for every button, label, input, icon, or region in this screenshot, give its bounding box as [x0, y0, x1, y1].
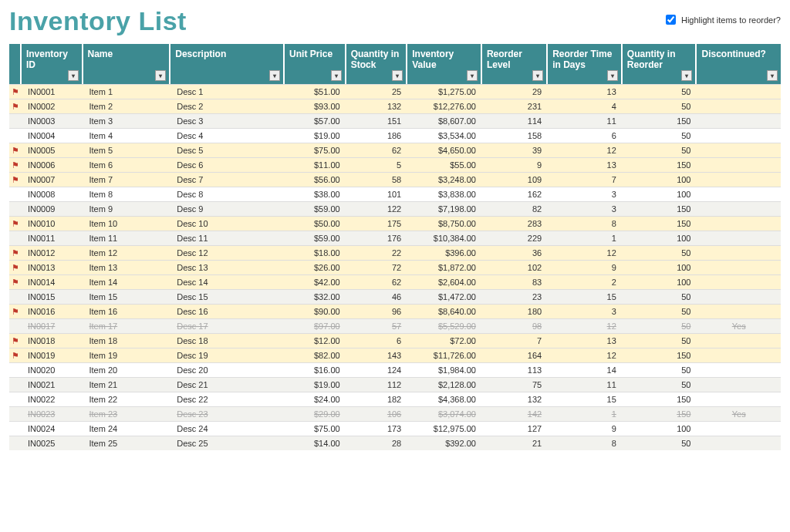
- cell-id: IN0011: [22, 231, 83, 245]
- cell-price: $75.00: [285, 421, 346, 436]
- table-row[interactable]: ⚑IN0002Item 2Desc 2$93.00132$12,276.0023…: [9, 99, 781, 113]
- table-row[interactable]: IN0015Item 15Desc 15$32.0046$1,472.00231…: [9, 289, 781, 304]
- cell-id: IN0025: [22, 436, 83, 450]
- cell-price: $11.00: [285, 157, 346, 172]
- cell-qty: 28: [346, 436, 408, 450]
- highlight-checkbox[interactable]: [666, 15, 676, 25]
- col-header[interactable]: Inventory ID▾: [22, 44, 83, 84]
- table-row[interactable]: IN0009Item 9Desc 9$59.00122$7,198.008231…: [9, 201, 781, 216]
- cell-name: Item 12: [83, 245, 171, 260]
- cell-name: Item 22: [83, 392, 171, 406]
- table-row[interactable]: IN0021Item 21Desc 21$19.00112$2,128.0075…: [9, 377, 781, 392]
- cell-time: 6: [548, 128, 623, 143]
- flag-icon: ⚑: [12, 307, 19, 316]
- flag-cell: ⚑: [9, 274, 22, 289]
- cell-disc: [697, 333, 781, 348]
- cell-qty: 106: [346, 406, 408, 421]
- cell-reorder: 36: [482, 245, 548, 260]
- filter-dropdown-icon[interactable]: ▾: [681, 70, 692, 81]
- col-flag: [9, 44, 22, 84]
- flag-icon: ⚑: [12, 248, 19, 258]
- cell-reorder: 102: [482, 260, 548, 274]
- cell-desc: Desc 6: [170, 157, 285, 172]
- table-row[interactable]: ⚑IN0007Item 7Desc 7$56.0058$3,248.001097…: [9, 172, 781, 187]
- table-row[interactable]: IN0003Item 3Desc 3$57.00151$8,607.001141…: [9, 113, 781, 128]
- table-row[interactable]: IN0023Item 23Desc 23$29.00106$3,074.0014…: [9, 406, 781, 421]
- col-header[interactable]: Reorder Time in Days▾: [548, 44, 623, 84]
- cell-value: $4,650.00: [407, 143, 482, 157]
- filter-dropdown-icon[interactable]: ▾: [68, 70, 79, 81]
- filter-dropdown-icon[interactable]: ▾: [331, 70, 342, 81]
- cell-reorder: 229: [482, 231, 548, 245]
- cell-desc: Desc 20: [170, 362, 285, 377]
- table-row[interactable]: ⚑IN0005Item 5Desc 5$75.0062$4,650.003912…: [9, 143, 781, 157]
- cell-time: 12: [548, 245, 623, 260]
- cell-qty: 132: [346, 99, 408, 113]
- cell-id: IN0012: [22, 245, 83, 260]
- flag-cell: [9, 231, 22, 245]
- table-row[interactable]: ⚑IN0001Item 1Desc 1$51.0025$1,275.002913…: [9, 84, 781, 99]
- cell-desc: Desc 17: [170, 318, 285, 333]
- cell-qro: 150: [623, 406, 697, 421]
- col-header[interactable]: Inventory Value▾: [407, 44, 482, 84]
- table-row[interactable]: ⚑IN0012Item 12Desc 12$18.0022$396.003612…: [9, 245, 781, 260]
- filter-dropdown-icon[interactable]: ▾: [607, 70, 618, 81]
- table-row[interactable]: IN0004Item 4Desc 4$19.00186$3,534.001586…: [9, 128, 781, 143]
- filter-dropdown-icon[interactable]: ▾: [767, 70, 778, 81]
- cell-disc: [697, 201, 781, 216]
- filter-dropdown-icon[interactable]: ▾: [467, 70, 478, 81]
- cell-qro: 100: [623, 172, 697, 187]
- col-header[interactable]: Quantity in Stock▾: [346, 44, 408, 84]
- cell-value: $4,368.00: [407, 392, 482, 406]
- flag-cell: ⚑: [9, 333, 22, 348]
- col-header[interactable]: Unit Price▾: [285, 44, 346, 84]
- table-row[interactable]: ⚑IN0010Item 10Desc 10$50.00175$8,750.002…: [9, 216, 781, 231]
- cell-qro: 150: [623, 348, 697, 362]
- cell-reorder: 98: [482, 318, 548, 333]
- table-row[interactable]: IN0022Item 22Desc 22$24.00182$4,368.0013…: [9, 392, 781, 406]
- col-header[interactable]: Discontinued?▾: [697, 44, 781, 84]
- table-row[interactable]: ⚑IN0016Item 16Desc 16$90.0096$8,640.0018…: [9, 304, 781, 318]
- cell-name: Item 17: [83, 318, 171, 333]
- cell-desc: Desc 3: [170, 113, 285, 128]
- table-row[interactable]: IN0025Item 25Desc 25$14.0028$392.0021850: [9, 436, 781, 450]
- cell-name: Item 16: [83, 304, 171, 318]
- filter-dropdown-icon[interactable]: ▾: [269, 70, 280, 81]
- cell-price: $32.00: [285, 289, 346, 304]
- table-row[interactable]: ⚑IN0018Item 18Desc 18$12.006$72.0071350: [9, 333, 781, 348]
- col-header[interactable]: Quantity in Reorder▾: [623, 44, 697, 84]
- col-header[interactable]: Reorder Level▾: [482, 44, 548, 84]
- cell-reorder: 75: [482, 377, 548, 392]
- filter-dropdown-icon[interactable]: ▾: [532, 70, 543, 81]
- table-row[interactable]: ⚑IN0006Item 6Desc 6$11.005$55.00913150: [9, 157, 781, 172]
- cell-disc: [697, 216, 781, 231]
- table-row[interactable]: ⚑IN0019Item 19Desc 19$82.00143$11,726.00…: [9, 348, 781, 362]
- table-row[interactable]: ⚑IN0014Item 14Desc 14$42.0062$2,604.0083…: [9, 274, 781, 289]
- table-row[interactable]: IN0017Item 17Desc 17$97.0057$5,529.00981…: [9, 318, 781, 333]
- col-header[interactable]: Name▾: [83, 44, 171, 84]
- cell-desc: Desc 9: [170, 201, 285, 216]
- filter-dropdown-icon[interactable]: ▾: [155, 70, 166, 81]
- table-row[interactable]: IN0020Item 20Desc 20$16.00124$1,984.0011…: [9, 362, 781, 377]
- table-row[interactable]: IN0008Item 8Desc 8$38.00101$3,838.001623…: [9, 187, 781, 201]
- inventory-table: Inventory ID▾Name▾Description▾Unit Price…: [9, 44, 781, 450]
- cell-desc: Desc 13: [170, 260, 285, 274]
- cell-value: $1,275.00: [407, 84, 482, 99]
- filter-dropdown-icon[interactable]: ▾: [392, 70, 403, 81]
- cell-time: 3: [548, 187, 623, 201]
- cell-qro: 50: [623, 245, 697, 260]
- cell-name: Item 19: [83, 348, 171, 362]
- table-row[interactable]: IN0011Item 11Desc 11$59.00176$10,384.002…: [9, 231, 781, 245]
- cell-name: Item 18: [83, 333, 171, 348]
- cell-id: IN0006: [22, 157, 83, 172]
- cell-time: 13: [548, 157, 623, 172]
- table-row[interactable]: IN0024Item 24Desc 24$75.00173$12,975.001…: [9, 421, 781, 436]
- col-header[interactable]: Description▾: [170, 44, 285, 84]
- cell-name: Item 11: [83, 231, 171, 245]
- table-row[interactable]: ⚑IN0013Item 13Desc 13$26.0072$1,872.0010…: [9, 260, 781, 274]
- cell-id: IN0019: [22, 348, 83, 362]
- flag-cell: ⚑: [9, 99, 22, 113]
- cell-reorder: 162: [482, 187, 548, 201]
- highlight-reorder-toggle[interactable]: Highlight items to reorder?: [663, 6, 781, 27]
- cell-value: $3,074.00: [407, 406, 482, 421]
